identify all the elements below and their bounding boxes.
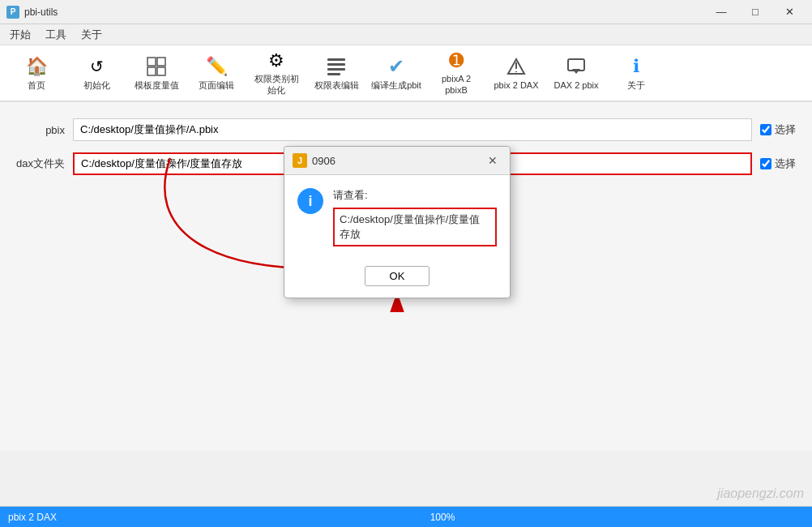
dialog-info-icon: i	[297, 188, 323, 214]
dialog-title: 0906	[312, 155, 335, 167]
dialog: J 0906 ✕ i 请查看: C:/desktop/度量值操作/度量值存放 O…	[284, 146, 511, 298]
dialog-app-icon: J	[293, 153, 307, 168]
dialog-body: i 请查看: C:/desktop/度量值操作/度量值存放	[284, 175, 510, 259]
modal-overlay: J 0906 ✕ i 请查看: C:/desktop/度量值操作/度量值存放 O…	[0, 0, 812, 527]
dialog-title-bar: J 0906 ✕	[284, 147, 510, 175]
dialog-message-value: C:/desktop/度量值操作/度量值存放	[333, 208, 497, 246]
dialog-ok-button[interactable]: OK	[365, 266, 430, 286]
dialog-footer: OK	[284, 259, 510, 298]
dialog-close-button[interactable]: ✕	[484, 152, 502, 169]
dialog-message-label: 请查看:	[333, 188, 497, 203]
dialog-message-box: 请查看: C:/desktop/度量值操作/度量值存放	[333, 188, 497, 246]
dialog-title-left: J 0906	[293, 153, 335, 168]
